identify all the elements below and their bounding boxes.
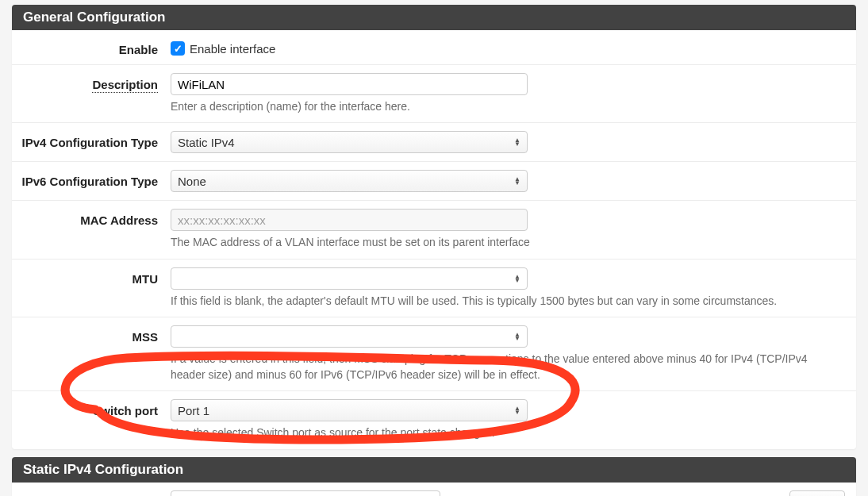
panel-header-ipv4: Static IPv4 Configuration xyxy=(12,457,856,483)
checkmark-icon: ✓ xyxy=(171,41,185,56)
ipv4-address-field[interactable] xyxy=(171,490,440,496)
description-help: Enter a description (name) for the inter… xyxy=(171,98,845,114)
mss-help: If a value is entered in this field, the… xyxy=(171,351,845,383)
label-ipv4-address: IPv4 Address xyxy=(12,490,171,496)
general-config-panel: General Configuration Enable ✓ Enable in… xyxy=(12,5,856,449)
enable-text: Enable interface xyxy=(190,42,275,56)
ipv6-type-select[interactable]: None ▲▼ xyxy=(171,170,528,192)
row-switch-port: Switch port Port 1 ▲▼ Use the selected S… xyxy=(12,391,856,448)
label-switch-port: Switch port xyxy=(12,399,171,417)
label-description: Description xyxy=(12,73,171,91)
label-enable: Enable xyxy=(12,38,171,56)
subnet-mask-select[interactable]: 24 ▲▼ xyxy=(789,490,845,496)
row-ipv4-address: IPv4 Address / 24 ▲▼ xyxy=(12,483,856,496)
label-ipv4-type: IPv4 Configuration Type xyxy=(12,131,171,149)
chevron-updown-icon: ▲▼ xyxy=(514,406,520,414)
chevron-updown-icon: ▲▼ xyxy=(514,138,520,146)
chevron-updown-icon: ▲▼ xyxy=(514,275,520,283)
ipv4-type-select[interactable]: Static IPv4 ▲▼ xyxy=(171,131,528,153)
label-mss: MSS xyxy=(12,325,171,344)
switch-port-help: Use the selected Switch port as source f… xyxy=(171,425,845,440)
mac-field[interactable] xyxy=(171,209,528,231)
label-mtu: MTU xyxy=(12,267,171,286)
switch-port-value: Port 1 xyxy=(178,404,209,417)
enable-checkbox-wrap[interactable]: ✓ Enable interface xyxy=(171,38,275,56)
mss-field[interactable]: ▲▼ xyxy=(171,325,528,348)
mac-help: The MAC address of a VLAN interface must… xyxy=(171,234,845,250)
row-mac: MAC Address The MAC address of a VLAN in… xyxy=(12,201,856,259)
row-ipv4-type: IPv4 Configuration Type Static IPv4 ▲▼ xyxy=(12,123,856,162)
panel-header-general: General Configuration xyxy=(12,5,856,30)
label-mac: MAC Address xyxy=(12,209,171,227)
mtu-field[interactable]: ▲▼ xyxy=(171,267,528,290)
chevron-updown-icon: ▲▼ xyxy=(514,177,520,185)
switch-port-select[interactable]: Port 1 ▲▼ xyxy=(171,399,528,421)
mtu-help: If this field is blank, the adapter's de… xyxy=(171,293,845,309)
row-description: Description Enter a description (name) f… xyxy=(12,65,856,123)
ipv6-type-value: None xyxy=(178,175,206,188)
label-ipv6-type: IPv6 Configuration Type xyxy=(12,170,171,188)
static-ipv4-panel: Static IPv4 Configuration IPv4 Address /… xyxy=(12,457,856,496)
chevron-updown-icon: ▲▼ xyxy=(514,333,520,340)
row-ipv6-type: IPv6 Configuration Type None ▲▼ xyxy=(12,162,856,201)
row-enable: Enable ✓ Enable interface xyxy=(12,30,856,65)
description-field[interactable] xyxy=(171,73,528,95)
row-mtu: MTU ▲▼ If this field is blank, the adapt… xyxy=(12,260,856,317)
ipv4-type-value: Static IPv4 xyxy=(178,136,235,149)
row-mss: MSS ▲▼ If a value is entered in this fie… xyxy=(12,317,856,392)
